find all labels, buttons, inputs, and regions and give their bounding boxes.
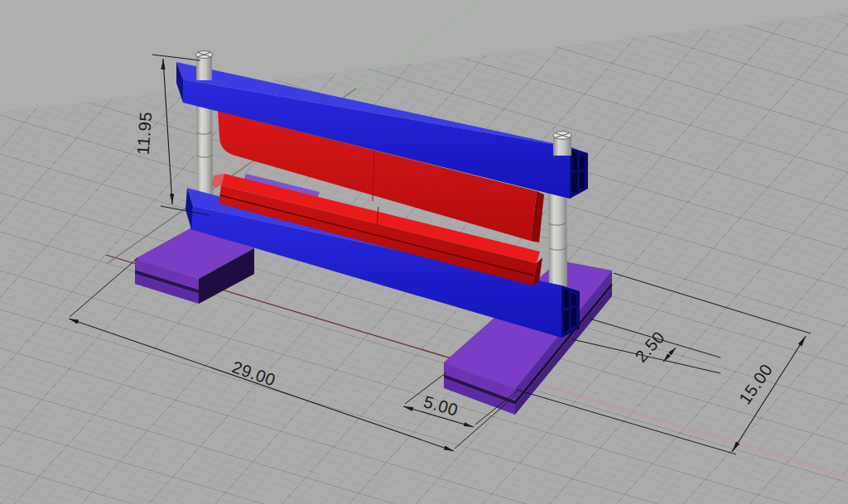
dim-length-label[interactable]: 29.00 xyxy=(229,357,277,389)
y-axis-far xyxy=(356,0,483,89)
dim-height-line[interactable] xyxy=(163,59,172,204)
arrow-height-bottom xyxy=(170,194,174,204)
x-axis-positive xyxy=(537,384,848,478)
dim-height-label[interactable]: 11.95 xyxy=(133,111,156,156)
cad-viewport[interactable]: 11.95 29.00 5.00 2.50 15.00 xyxy=(0,0,848,504)
arrow-footwidth-left xyxy=(403,406,413,411)
arrow-depth-top xyxy=(798,336,806,346)
dim-footwidth-label[interactable]: 5.00 xyxy=(422,391,460,420)
arrow-footwidth-right xyxy=(464,422,474,427)
dim-offset-ext-upper xyxy=(614,273,811,334)
dim-length-ext-left xyxy=(70,258,137,317)
guide-post-left-top[interactable] xyxy=(196,51,213,80)
arrow-height-top xyxy=(161,59,165,70)
arrow-length-right xyxy=(444,446,454,451)
arrow-length-left xyxy=(69,319,79,324)
dim-depth-label[interactable]: 15.00 xyxy=(735,360,776,407)
model-canvas: 11.95 29.00 5.00 2.50 15.00 xyxy=(0,0,848,504)
guide-post-right-top[interactable] xyxy=(553,132,571,156)
dim-height-ext-top xyxy=(152,55,200,60)
dim-depth-ext-bottom xyxy=(517,390,736,454)
